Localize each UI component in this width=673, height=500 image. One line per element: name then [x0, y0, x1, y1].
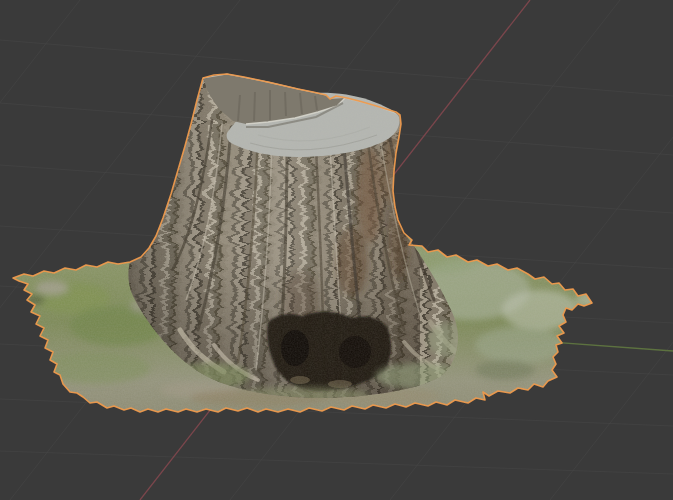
viewport-3d[interactable]: Photoscanned tree stump on grass and for…: [0, 0, 673, 500]
viewport-canvas[interactable]: Photoscanned tree stump on grass and for…: [0, 0, 673, 500]
